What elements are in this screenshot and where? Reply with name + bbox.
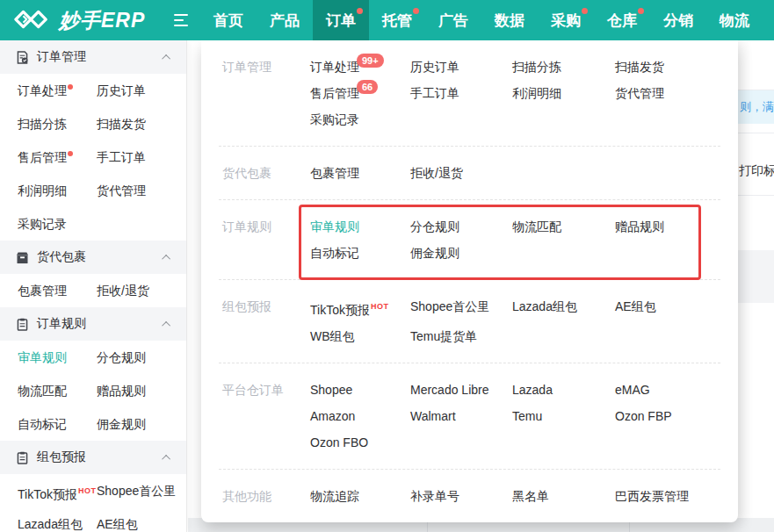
- notification-dot: [68, 84, 73, 90]
- topbar-item-10[interactable]: 授权: [763, 0, 774, 40]
- menu-item[interactable]: 采购记录: [310, 106, 365, 133]
- topbar-item-1[interactable]: 产品: [257, 0, 313, 40]
- menu-item[interactable]: Ozon FBP: [615, 403, 677, 429]
- menu-item[interactable]: 补录单号: [410, 483, 465, 509]
- menu-item[interactable]: 利润明细: [512, 80, 567, 106]
- menu-item[interactable]: 巴西发票管理: [615, 483, 694, 509]
- menu-item[interactable]: 订单处理99+: [310, 54, 389, 80]
- sidebar-item[interactable]: 利润明细: [18, 174, 97, 207]
- sidebar-item[interactable]: AE组包: [97, 507, 186, 532]
- menu-row: Ozon FBO: [310, 429, 717, 456]
- sidebar-item-label: 分仓规则: [97, 350, 146, 364]
- menu-item[interactable]: AE组包: [615, 293, 662, 323]
- topbar-item-6[interactable]: 采购: [538, 0, 594, 40]
- menu-item[interactable]: 审单规则: [310, 213, 365, 240]
- topbar-item-9[interactable]: 物流: [706, 0, 763, 40]
- menu-item-label: 物流匹配: [512, 219, 561, 234]
- sidebar-section-header-0[interactable]: 订单管理: [0, 40, 186, 74]
- menu-item-label: 扫描分拣: [512, 60, 561, 74]
- menu-row: 自动标记佣金规则: [310, 240, 717, 266]
- menu-item[interactable]: Lazada组包: [512, 293, 582, 323]
- menu-item[interactable]: Ozon FBO: [310, 429, 373, 456]
- topbar-item-8[interactable]: 分销: [650, 0, 706, 40]
- sidebar-item[interactable]: 历史订单: [97, 74, 186, 107]
- sidebar-item[interactable]: 自动标记: [18, 407, 97, 441]
- menu-group-3: 组包预报TikTok预报HOTShopee首公里Lazada组包AE组包WB组包…: [219, 279, 720, 363]
- menu-item[interactable]: Mercado Libre: [410, 377, 495, 403]
- menu-item[interactable]: 包裹管理: [310, 160, 365, 186]
- collapse-menu-icon[interactable]: [174, 14, 192, 27]
- menu-item[interactable]: 扫描发货: [615, 54, 669, 80]
- sidebar-item[interactable]: TikTok预报HOT: [18, 474, 97, 507]
- sidebar-item[interactable]: 分仓规则: [97, 341, 186, 374]
- menu-item[interactable]: WB组包: [310, 323, 360, 349]
- sidebar-item[interactable]: 包裹管理: [18, 274, 97, 307]
- brand-icon: [14, 10, 51, 31]
- menu-item[interactable]: 物流匹配: [512, 213, 567, 240]
- menu-item[interactable]: Shopee首公里: [410, 293, 495, 323]
- sidebar-item[interactable]: 售后管理: [18, 140, 97, 174]
- menu-item-label: Ozon FBO: [310, 435, 368, 449]
- menu-item[interactable]: 黑名单: [512, 483, 554, 509]
- sidebar-item[interactable]: 审单规则: [18, 341, 97, 374]
- menu-item[interactable]: Amazon: [310, 403, 360, 429]
- menu-item[interactable]: Walmart: [410, 403, 461, 429]
- topbar-item-label: 物流: [720, 11, 749, 31]
- sidebar-section-header-3[interactable]: 组包预报: [0, 441, 186, 474]
- sidebar-section-header-1[interactable]: 货代包裹: [0, 241, 186, 274]
- menu-item[interactable]: Lazada: [512, 377, 558, 403]
- menu-item-label: WB组包: [310, 329, 355, 343]
- menu-group-label: 平台仓订单: [222, 377, 310, 403]
- topbar-item-0[interactable]: 首页: [200, 0, 257, 40]
- menu-item[interactable]: 售后管理66: [310, 80, 383, 106]
- menu-item-label: Walmart: [410, 409, 456, 423]
- topbar-item-3[interactable]: 托管: [369, 0, 425, 40]
- menu-group-items: ShopeeMercado LibreLazadaeMAGAmazonWalma…: [310, 377, 717, 456]
- sidebar-item[interactable]: 订单处理: [18, 74, 97, 107]
- sidebar-item[interactable]: 手工订单: [97, 140, 186, 174]
- sidebar-item[interactable]: 赠品规则: [97, 374, 186, 407]
- menu-item[interactable]: 拒收/退货: [410, 160, 468, 186]
- sidebar-item-label: 订单处理: [18, 83, 67, 97]
- notification-dot: [68, 151, 73, 156]
- menu-item[interactable]: 货代管理: [615, 80, 669, 106]
- menu-item[interactable]: 分仓规则: [410, 213, 465, 240]
- menu-group-1: 货代包裹包裹管理拒收/退货: [219, 146, 720, 199]
- menu-item[interactable]: 佣金规则: [410, 240, 465, 266]
- menu-item[interactable]: TikTok预报HOT: [310, 293, 394, 323]
- count-badge: 99+: [357, 54, 384, 68]
- app-logo[interactable]: 妙手ERP: [0, 7, 172, 34]
- topbar-item-2[interactable]: 订单: [313, 0, 369, 40]
- topbar-item-5[interactable]: 数据: [481, 0, 538, 40]
- topbar-item-label: 仓库: [607, 11, 637, 31]
- sidebar-item[interactable]: 采购记录: [18, 207, 97, 241]
- sidebar-item[interactable]: 扫描分拣: [18, 107, 97, 140]
- topbar-item-4[interactable]: 广告: [425, 0, 481, 40]
- menu-row: 售后管理66手工订单利润明细货代管理: [310, 80, 717, 106]
- menu-item[interactable]: 物流追踪: [310, 483, 365, 509]
- sidebar-item[interactable]: 物流匹配: [18, 374, 97, 407]
- sidebar-item[interactable]: 佣金规则: [97, 407, 186, 441]
- menu-item-label: Lazada: [512, 383, 553, 397]
- menu-group-label: 订单管理: [222, 54, 310, 80]
- sidebar-item[interactable]: 拒收/退货: [97, 274, 186, 307]
- menu-group-0: 订单管理订单处理99+历史订单扫描分拣扫描发货售后管理66手工订单利润明细货代管…: [219, 40, 720, 146]
- menu-item[interactable]: 自动标记: [310, 240, 365, 266]
- sidebar-item[interactable]: 扫描发货: [97, 107, 186, 140]
- menu-item[interactable]: 手工订单: [410, 80, 465, 106]
- menu-item-label: 采购记录: [310, 112, 359, 126]
- menu-item[interactable]: 扫描分拣: [512, 54, 567, 80]
- menu-item[interactable]: Temu: [512, 403, 547, 429]
- sidebar-section-header-2[interactable]: 订单规则: [0, 307, 186, 341]
- topbar-item-7[interactable]: 仓库: [594, 0, 650, 40]
- sidebar-item[interactable]: 货代管理: [97, 174, 186, 207]
- menu-item[interactable]: 历史订单: [410, 54, 465, 80]
- menu-row: 审单规则分仓规则物流匹配赠品规则: [310, 213, 717, 240]
- menu-item[interactable]: Temu提货单: [410, 323, 482, 349]
- menu-item[interactable]: eMAG: [615, 377, 655, 403]
- sidebar-item[interactable]: Lazada组包: [18, 507, 97, 532]
- sidebar-item[interactable]: Shopee首公里: [97, 474, 186, 507]
- menu-item[interactable]: Shopee: [310, 377, 358, 403]
- menu-item-label: AE组包: [615, 299, 656, 313]
- menu-item[interactable]: 赠品规则: [615, 213, 669, 240]
